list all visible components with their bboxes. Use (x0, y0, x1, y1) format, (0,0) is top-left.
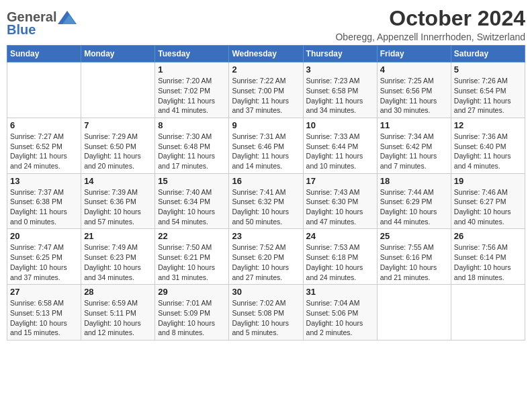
calendar-cell: 26Sunrise: 7:56 AMSunset: 6:14 PMDayligh… (451, 229, 525, 285)
day-info: Sunrise: 7:29 AMSunset: 6:50 PMDaylight:… (84, 132, 152, 171)
day-info: Sunrise: 7:39 AMSunset: 6:36 PMDaylight:… (84, 187, 152, 227)
day-info: Sunrise: 7:46 AMSunset: 6:27 PMDaylight:… (454, 187, 522, 227)
calendar-table: Sunday Monday Tuesday Wednesday Thursday… (7, 45, 525, 340)
day-number: 6 (10, 120, 78, 130)
calendar-cell: 18Sunrise: 7:44 AMSunset: 6:29 PMDayligh… (377, 173, 451, 229)
day-info: Sunrise: 7:43 AMSunset: 6:30 PMDaylight:… (306, 187, 374, 227)
calendar-cell: 19Sunrise: 7:46 AMSunset: 6:27 PMDayligh… (451, 173, 525, 229)
page-header: General Blue October 2024 Oberegg, Appen… (7, 7, 525, 42)
day-info: Sunrise: 7:34 AMSunset: 6:42 PMDaylight:… (380, 132, 448, 171)
subtitle: Oberegg, Appenzell Innerrhoden, Switzerl… (335, 32, 525, 42)
day-info: Sunrise: 7:04 AMSunset: 5:06 PMDaylight:… (306, 298, 374, 338)
day-number: 24 (306, 231, 374, 241)
day-number: 3 (306, 64, 374, 75)
calendar-cell: 20Sunrise: 7:47 AMSunset: 6:25 PMDayligh… (7, 229, 81, 285)
day-number: 13 (10, 176, 78, 186)
day-number: 15 (158, 176, 226, 186)
calendar-cell (377, 285, 451, 340)
calendar-cell: 2Sunrise: 7:22 AMSunset: 7:00 PMDaylight… (229, 62, 303, 118)
title-section: October 2024 Oberegg, Appenzell Innerrho… (335, 7, 525, 42)
calendar-cell: 25Sunrise: 7:55 AMSunset: 6:16 PMDayligh… (377, 229, 451, 285)
day-number: 31 (306, 287, 374, 297)
day-info: Sunrise: 7:31 AMSunset: 6:46 PMDaylight:… (232, 132, 300, 171)
calendar-cell: 10Sunrise: 7:33 AMSunset: 6:44 PMDayligh… (303, 118, 377, 173)
day-number: 23 (232, 231, 300, 241)
day-number: 29 (158, 287, 226, 297)
day-number: 30 (232, 287, 300, 297)
calendar-cell: 16Sunrise: 7:41 AMSunset: 6:32 PMDayligh… (229, 173, 303, 229)
calendar-cell: 23Sunrise: 7:52 AMSunset: 6:20 PMDayligh… (229, 229, 303, 285)
calendar-cell: 4Sunrise: 7:25 AMSunset: 6:56 PMDaylight… (377, 62, 451, 118)
header-sunday: Sunday (7, 46, 81, 62)
day-info: Sunrise: 7:36 AMSunset: 6:40 PMDaylight:… (454, 132, 522, 171)
day-number: 22 (158, 231, 226, 241)
header-tuesday: Tuesday (155, 46, 229, 62)
calendar-cell: 13Sunrise: 7:37 AMSunset: 6:38 PMDayligh… (7, 173, 81, 229)
day-info: Sunrise: 7:01 AMSunset: 5:09 PMDaylight:… (158, 298, 226, 338)
day-number: 21 (84, 231, 152, 241)
calendar-cell: 29Sunrise: 7:01 AMSunset: 5:09 PMDayligh… (155, 285, 229, 340)
calendar-cell: 7Sunrise: 7:29 AMSunset: 6:50 PMDaylight… (81, 118, 155, 173)
main-title: October 2024 (335, 7, 525, 30)
calendar-cell: 30Sunrise: 7:02 AMSunset: 5:08 PMDayligh… (229, 285, 303, 340)
day-info: Sunrise: 7:30 AMSunset: 6:48 PMDaylight:… (158, 132, 226, 171)
day-info: Sunrise: 7:50 AMSunset: 6:21 PMDaylight:… (158, 242, 226, 282)
calendar-cell (7, 62, 81, 118)
day-info: Sunrise: 7:41 AMSunset: 6:32 PMDaylight:… (232, 187, 300, 227)
calendar-cell: 21Sunrise: 7:49 AMSunset: 6:23 PMDayligh… (81, 229, 155, 285)
day-number: 12 (454, 120, 522, 130)
header-monday: Monday (81, 46, 155, 62)
calendar-cell: 11Sunrise: 7:34 AMSunset: 6:42 PMDayligh… (377, 118, 451, 173)
calendar-cell (81, 62, 155, 118)
calendar-cell: 14Sunrise: 7:39 AMSunset: 6:36 PMDayligh… (81, 173, 155, 229)
calendar-week-2: 6Sunrise: 7:27 AMSunset: 6:52 PMDaylight… (7, 118, 525, 173)
calendar-week-5: 27Sunrise: 6:58 AMSunset: 5:13 PMDayligh… (7, 285, 525, 340)
calendar-cell: 15Sunrise: 7:40 AMSunset: 6:34 PMDayligh… (155, 173, 229, 229)
logo-blue: Blue (7, 22, 36, 38)
day-number: 9 (232, 120, 300, 130)
calendar-header-row: Sunday Monday Tuesday Wednesday Thursday… (7, 46, 525, 62)
calendar-week-3: 13Sunrise: 7:37 AMSunset: 6:38 PMDayligh… (7, 173, 525, 229)
day-number: 10 (306, 120, 374, 130)
day-number: 25 (380, 231, 448, 241)
day-number: 4 (380, 64, 448, 75)
day-info: Sunrise: 7:37 AMSunset: 6:38 PMDaylight:… (10, 187, 78, 227)
day-number: 5 (454, 64, 522, 75)
day-info: Sunrise: 7:52 AMSunset: 6:20 PMDaylight:… (232, 242, 300, 282)
calendar-cell: 28Sunrise: 6:59 AMSunset: 5:11 PMDayligh… (81, 285, 155, 340)
calendar-week-1: 1Sunrise: 7:20 AMSunset: 7:02 PMDaylight… (7, 62, 525, 118)
calendar-cell: 24Sunrise: 7:53 AMSunset: 6:18 PMDayligh… (303, 229, 377, 285)
day-info: Sunrise: 7:49 AMSunset: 6:23 PMDaylight:… (84, 242, 152, 282)
calendar-cell: 27Sunrise: 6:58 AMSunset: 5:13 PMDayligh… (7, 285, 81, 340)
day-number: 26 (454, 231, 522, 241)
day-info: Sunrise: 7:27 AMSunset: 6:52 PMDaylight:… (10, 132, 78, 171)
logo-icon (58, 11, 77, 24)
day-info: Sunrise: 7:26 AMSunset: 6:54 PMDaylight:… (454, 76, 522, 116)
day-info: Sunrise: 7:23 AMSunset: 6:58 PMDaylight:… (306, 76, 374, 116)
day-number: 7 (84, 120, 152, 130)
calendar-cell: 17Sunrise: 7:43 AMSunset: 6:30 PMDayligh… (303, 173, 377, 229)
day-number: 16 (232, 176, 300, 186)
calendar-cell (451, 285, 525, 340)
calendar-cell: 12Sunrise: 7:36 AMSunset: 6:40 PMDayligh… (451, 118, 525, 173)
day-number: 28 (84, 287, 152, 297)
day-number: 17 (306, 176, 374, 186)
day-info: Sunrise: 7:33 AMSunset: 6:44 PMDaylight:… (306, 132, 374, 171)
day-number: 11 (380, 120, 448, 130)
day-info: Sunrise: 6:59 AMSunset: 5:11 PMDaylight:… (84, 298, 152, 338)
day-number: 27 (10, 287, 78, 297)
calendar-cell: 31Sunrise: 7:04 AMSunset: 5:06 PMDayligh… (303, 285, 377, 340)
day-info: Sunrise: 7:56 AMSunset: 6:14 PMDaylight:… (454, 242, 522, 282)
day-info: Sunrise: 7:55 AMSunset: 6:16 PMDaylight:… (380, 242, 448, 282)
day-info: Sunrise: 7:25 AMSunset: 6:56 PMDaylight:… (380, 76, 448, 116)
header-wednesday: Wednesday (229, 46, 303, 62)
day-info: Sunrise: 7:44 AMSunset: 6:29 PMDaylight:… (380, 187, 448, 227)
calendar-cell: 5Sunrise: 7:26 AMSunset: 6:54 PMDaylight… (451, 62, 525, 118)
day-number: 8 (158, 120, 226, 130)
calendar-cell: 3Sunrise: 7:23 AMSunset: 6:58 PMDaylight… (303, 62, 377, 118)
day-number: 20 (10, 231, 78, 241)
day-number: 2 (232, 64, 300, 75)
day-number: 1 (158, 64, 226, 75)
day-info: Sunrise: 7:22 AMSunset: 7:00 PMDaylight:… (232, 76, 300, 116)
calendar-cell: 9Sunrise: 7:31 AMSunset: 6:46 PMDaylight… (229, 118, 303, 173)
